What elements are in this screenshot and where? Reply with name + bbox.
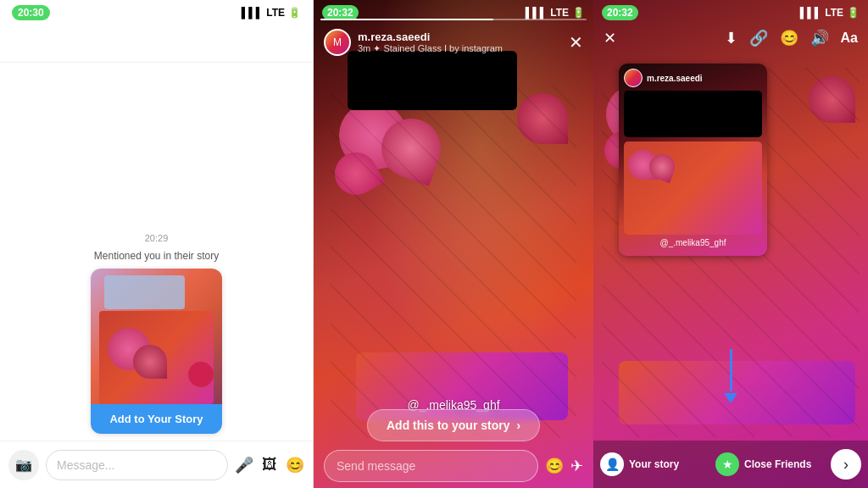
send-message-bar: Send message 😊 ✈ xyxy=(314,444,593,488)
camera-icon: 📷 xyxy=(15,457,32,473)
send-placeholder: Send message xyxy=(337,459,415,473)
close-friends-label: Close Friends xyxy=(744,458,811,470)
link-button[interactable]: 🔗 xyxy=(749,29,768,47)
edit-battery: 🔋 xyxy=(847,7,860,19)
edit-tools: ⬇ 🔗 😊 🔊 Aa xyxy=(725,29,858,47)
story-effect: ✦ Stained Glass I by instagram xyxy=(373,43,503,53)
add-this-label: Add this to your story xyxy=(387,419,509,432)
message-input[interactable]: Message... xyxy=(46,450,228,480)
star-icon: ★ xyxy=(722,458,733,471)
nested-black-block xyxy=(624,91,762,137)
nested-username: m.reza.saeedi xyxy=(647,74,703,83)
chat-panel: 20:30 ▌▌▌ LTE 🔋 20:29 Mentioned you in t… xyxy=(0,0,314,488)
story-close-button[interactable]: ✕ xyxy=(569,32,583,53)
photo-icon[interactable]: 🖼 xyxy=(262,456,277,474)
story-meta: 3m ✦ Stained Glass I by instagram xyxy=(358,43,503,54)
message-timestamp: 20:29 xyxy=(0,233,313,243)
edit-signal-icon: ▌▌▌ xyxy=(800,7,822,19)
your-story-button[interactable]: 👤 Your story xyxy=(600,452,710,476)
status-bar-chat: 20:30 ▌▌▌ LTE 🔋 xyxy=(0,0,313,25)
nested-story-inner: m.reza.saeedi @_.melika95_ghf xyxy=(619,64,767,256)
story-panel: 20:32 ▌▌▌ LTE 🔋 M m.reza.saeedi 3m ✦ Sta… xyxy=(314,0,593,488)
story-top-bar: M m.reza.saeedi 3m ✦ Stained Glass I by … xyxy=(314,22,593,63)
battery-icon: 🔋 xyxy=(288,7,301,19)
story-time-ago: 3m xyxy=(358,43,370,53)
emoji-icon[interactable]: 😊 xyxy=(286,456,304,474)
chevron-right-icon: › xyxy=(516,419,520,432)
story-user-text: m.reza.saeedi 3m ✦ Stained Glass I by in… xyxy=(358,30,503,54)
story-flowers-area xyxy=(331,85,576,437)
flower-3 xyxy=(188,362,214,387)
arrow-right-icon: › xyxy=(843,456,849,474)
blur-block xyxy=(104,275,185,309)
download-button[interactable]: ⬇ xyxy=(725,29,737,47)
edit-carrier: LTE xyxy=(825,7,843,19)
edit-bottom-bar: 👤 Your story ★ Close Friends › xyxy=(593,441,868,488)
chat-header xyxy=(0,25,313,63)
nested-user-info: m.reza.saeedi xyxy=(624,69,762,87)
chat-input-bar: 📷 Message... 🎤 🖼 😊 xyxy=(0,441,313,488)
story-signal: ▌▌▌ LTE 🔋 xyxy=(526,7,585,19)
mention-label: Mentioned you in their story xyxy=(0,250,313,262)
nested-mention-tag: @_.melika95_ghf xyxy=(624,235,762,251)
arrow-head xyxy=(724,393,737,403)
time-chat: 20:30 xyxy=(12,5,50,20)
nested-flower-area xyxy=(624,141,762,235)
story-signal-icon: ▌▌▌ xyxy=(526,7,548,19)
add-this-to-story-button[interactable]: Add this to your story › xyxy=(367,409,540,441)
close-friends-icon: ★ xyxy=(715,452,739,476)
story-username: m.reza.saeedi xyxy=(358,30,503,43)
your-story-label: Your story xyxy=(629,458,679,470)
signal-icon: ▌▌▌ xyxy=(242,7,264,19)
carrier-label: LTE xyxy=(266,7,285,19)
story-carrier: LTE xyxy=(550,7,569,19)
story-progress-fill xyxy=(320,19,493,20)
dm-send-icon[interactable]: ✈ xyxy=(570,457,583,475)
story-user-info: M m.reza.saeedi 3m ✦ Stained Glass I by … xyxy=(324,29,503,56)
input-icons: 🎤 🖼 😊 xyxy=(235,456,304,474)
your-story-icon: 👤 xyxy=(600,452,624,476)
chat-body: 20:29 Mentioned you in their story Add t… xyxy=(0,63,313,441)
message-placeholder: Message... xyxy=(57,458,114,472)
send-story-button[interactable]: › xyxy=(831,449,861,480)
story-battery: 🔋 xyxy=(572,7,585,19)
avatar-initial: M xyxy=(333,36,342,48)
edit-top-toolbar: ✕ ⬇ 🔗 😊 🔊 Aa xyxy=(593,22,868,54)
edit-time: 20:32 xyxy=(602,5,638,20)
arrow-down-indicator xyxy=(724,349,737,403)
nested-story-card: m.reza.saeedi @_.melika95_ghf xyxy=(619,64,767,256)
story-card-image xyxy=(91,269,222,404)
flower-2 xyxy=(133,345,167,379)
text-button[interactable]: Aa xyxy=(841,30,858,46)
emoji-send-icon[interactable]: 😊 xyxy=(545,457,564,475)
story-card[interactable]: Add to Your Story xyxy=(91,269,222,434)
close-friends-button[interactable]: ★ Close Friends xyxy=(715,452,826,476)
emoji-button[interactable]: 😊 xyxy=(780,29,798,47)
profile-icon: 👤 xyxy=(605,458,620,471)
edit-signal: ▌▌▌ LTE 🔋 xyxy=(800,7,860,19)
camera-button[interactable]: 📷 xyxy=(8,450,39,480)
glass-grid xyxy=(331,85,576,437)
mic-icon[interactable]: 🎤 xyxy=(235,456,253,474)
send-message-input[interactable]: Send message xyxy=(324,450,538,482)
story-progress xyxy=(320,19,587,20)
signal-chat: ▌▌▌ LTE 🔋 xyxy=(242,7,301,19)
add-to-story-button[interactable]: Add to Your Story xyxy=(91,404,222,434)
arrow-line xyxy=(730,349,732,391)
edit-panel: m.reza.saeedi @_.melika95_ghf 20:32 ▌▌▌ … xyxy=(593,0,868,488)
close-edit-button[interactable]: ✕ xyxy=(604,29,616,47)
sound-button[interactable]: 🔊 xyxy=(810,29,829,47)
nested-avatar xyxy=(624,69,643,87)
story-avatar: M xyxy=(324,29,351,56)
